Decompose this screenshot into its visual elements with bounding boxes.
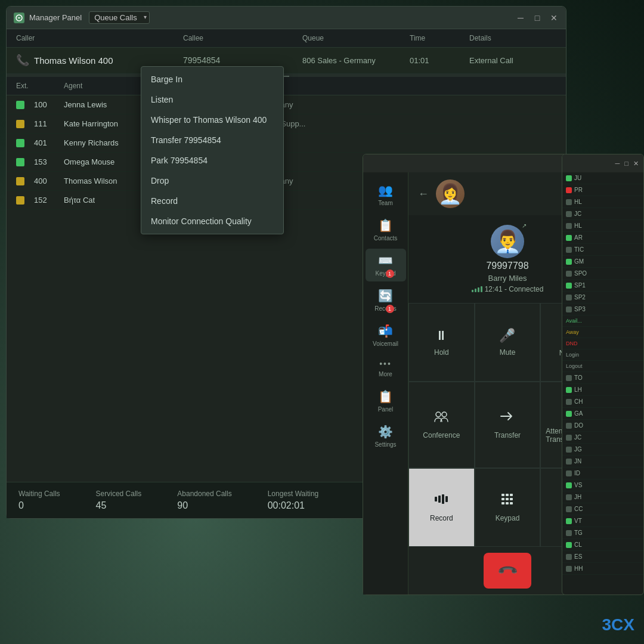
agent-panel-row[interactable]: TIC bbox=[562, 244, 643, 256]
nav-item-more[interactable]: ••• More bbox=[366, 354, 406, 382]
queue-call-row[interactable]: 📞 Thomas Wilson 400 79954854 806 Sales -… bbox=[7, 48, 566, 73]
context-menu-barge-in[interactable]: Barge In bbox=[141, 69, 283, 89]
queue-calls-dropdown[interactable]: Queue Calls ▾ bbox=[89, 11, 150, 24]
agent-panel-name: TO bbox=[574, 374, 640, 381]
agent-panel-row[interactable]: CL bbox=[562, 539, 643, 551]
agent-panel-row[interactable]: PR bbox=[562, 184, 643, 196]
remote-number: 79997798 bbox=[486, 261, 528, 271]
keypad-action-button[interactable]: Keypad bbox=[475, 468, 541, 547]
svg-rect-15 bbox=[506, 502, 509, 504]
call-time: 01:01 bbox=[410, 56, 469, 65]
close-button[interactable]: ✕ bbox=[549, 13, 559, 23]
agent-panel-row[interactable]: SP2 bbox=[562, 292, 643, 304]
ext-header: Ext. bbox=[16, 82, 64, 90]
status-indicator bbox=[16, 177, 24, 185]
nav-item-keypad[interactable]: ⌨️ Keypad bbox=[366, 249, 406, 281]
nav-item-contacts[interactable]: 📋 Contacts bbox=[366, 213, 406, 246]
agent-panel-row[interactable]: CC bbox=[562, 503, 643, 515]
context-menu-drop[interactable]: Drop bbox=[141, 171, 283, 191]
nav-item-panel[interactable]: 📋 Panel bbox=[366, 385, 406, 417]
svg-rect-8 bbox=[501, 494, 504, 496]
agent-panel-row[interactable]: TO bbox=[562, 372, 643, 384]
signal-bar-2 bbox=[475, 289, 476, 292]
agents-panel-close[interactable]: ✕ bbox=[633, 160, 639, 168]
settings-icon: ⚙️ bbox=[378, 425, 393, 439]
queue-name: 806 Sales - Germany bbox=[302, 56, 410, 65]
context-menu-park[interactable]: Park 79954854 bbox=[141, 150, 283, 171]
agent-panel-status bbox=[566, 447, 572, 453]
agent-panel-row[interactable]: DO bbox=[562, 420, 643, 432]
svg-rect-10 bbox=[510, 494, 513, 496]
hold-button[interactable]: ⏸ Hold bbox=[408, 303, 475, 382]
nav-item-settings[interactable]: ⚙️ Settings bbox=[366, 420, 406, 453]
agent-panel-name: SPO bbox=[574, 270, 640, 277]
agent-panel-row[interactable]: ES bbox=[562, 551, 643, 563]
nav-item-voicemail[interactable]: 📬 Voicemail bbox=[366, 319, 406, 352]
agent-panel-name: JH bbox=[574, 494, 640, 500]
serviced-calls-label: Serviced Calls bbox=[96, 490, 142, 498]
agent-panel-row[interactable]: HL bbox=[562, 196, 643, 208]
agent-panel-row[interactable]: JC bbox=[562, 432, 643, 444]
context-menu-transfer[interactable]: Transfer 79954854 bbox=[141, 130, 283, 150]
agents-panel-minimize[interactable]: ─ bbox=[615, 160, 620, 167]
agent-panel-row[interactable]: JH bbox=[562, 491, 643, 503]
conference-button[interactable]: Conference bbox=[408, 382, 475, 469]
agent-panel-row[interactable]: SPO bbox=[562, 268, 643, 280]
keypad-action-icon bbox=[500, 493, 515, 509]
agent-row-kate[interactable]: 111 Kate Harrington Marketing Queue, R&D… bbox=[7, 114, 566, 134]
mute-icon: 🎤 bbox=[499, 328, 515, 343]
agent-panel-row[interactable]: HH bbox=[562, 563, 643, 575]
context-menu: Barge In Listen Whisper to Thomas Wilson… bbox=[141, 66, 284, 234]
agent-panel-row[interactable]: AR bbox=[562, 232, 643, 244]
nav-item-team[interactable]: 👥 Team bbox=[366, 178, 406, 211]
agent-panel-row[interactable]: SP3 bbox=[562, 304, 643, 315]
more-label: More bbox=[379, 371, 392, 377]
maximize-button[interactable]: □ bbox=[532, 13, 542, 23]
context-menu-record[interactable]: Record bbox=[141, 191, 283, 211]
agent-panel-name: HL bbox=[574, 222, 640, 229]
nav-item-recents[interactable]: 🔄 Recents bbox=[366, 284, 406, 317]
agents-table-header: Ext. Agent Queue logged in to bbox=[7, 77, 566, 95]
context-menu-whisper[interactable]: Whisper to Thomas Wilson 400 bbox=[141, 110, 283, 130]
agent-panel-name: HL bbox=[574, 199, 640, 205]
record-button[interactable]: Record bbox=[408, 468, 475, 547]
agent-panel-row[interactable]: CH bbox=[562, 396, 643, 408]
agent-panel-row[interactable]: LH bbox=[562, 384, 643, 396]
agent-panel-status bbox=[566, 494, 572, 500]
agent-panel-row[interactable]: GM bbox=[562, 256, 643, 268]
back-button[interactable]: ← bbox=[418, 188, 429, 200]
panel-label: Panel bbox=[378, 406, 394, 413]
agent-panel-row[interactable]: ID bbox=[562, 467, 643, 479]
agent-panel-status bbox=[566, 399, 572, 405]
agent-panel-status bbox=[566, 211, 572, 217]
ext-number: 100 bbox=[34, 100, 64, 109]
phone-icon: 📞 bbox=[16, 54, 34, 67]
agent-row-kenny[interactable]: 401 Kenny Richards Sales - Germany bbox=[7, 134, 566, 153]
agent-panel-row[interactable]: VT bbox=[562, 515, 643, 527]
waiting-calls-stat: Waiting Calls 0 bbox=[18, 490, 60, 511]
agents-panel-maximize[interactable]: □ bbox=[624, 160, 628, 167]
agent-panel-row[interactable]: TG bbox=[562, 527, 643, 539]
minimize-button[interactable]: ─ bbox=[516, 13, 525, 23]
agent-panel-row[interactable]: JG bbox=[562, 444, 643, 456]
agent-row-jenna[interactable]: 100 Jenna Lewis Marketing Queue, Sales -… bbox=[7, 95, 566, 114]
status-logout[interactable]: Logout bbox=[562, 361, 643, 372]
longest-waiting-stat: Longest Waiting 00:02:01 bbox=[268, 490, 319, 511]
agent-panel-row[interactable]: JC bbox=[562, 208, 643, 220]
transfer-button[interactable]: Transfer bbox=[475, 382, 541, 469]
mute-button[interactable]: 🎤 Mute bbox=[475, 303, 541, 382]
agent-panel-row[interactable]: JU bbox=[562, 172, 643, 184]
agent-panel-row[interactable]: VS bbox=[562, 479, 643, 491]
agent-panel-row[interactable]: SP1 bbox=[562, 280, 643, 292]
waiting-calls-value: 0 bbox=[18, 500, 60, 511]
context-menu-listen[interactable]: Listen bbox=[141, 89, 283, 110]
agent-panel-row[interactable]: GA bbox=[562, 408, 643, 420]
agent-panel-name: VS bbox=[574, 482, 640, 488]
agent-panel-row[interactable]: HL bbox=[562, 220, 643, 232]
agent-panel-row[interactable]: JN bbox=[562, 456, 643, 467]
hangup-button[interactable]: 📞 bbox=[484, 553, 531, 589]
context-menu-monitor[interactable]: Monitor Connection Quality bbox=[141, 211, 283, 231]
agent-panel-name: HH bbox=[574, 565, 640, 572]
agent-panel-status bbox=[566, 566, 572, 572]
callee-header: Callee bbox=[183, 34, 302, 42]
